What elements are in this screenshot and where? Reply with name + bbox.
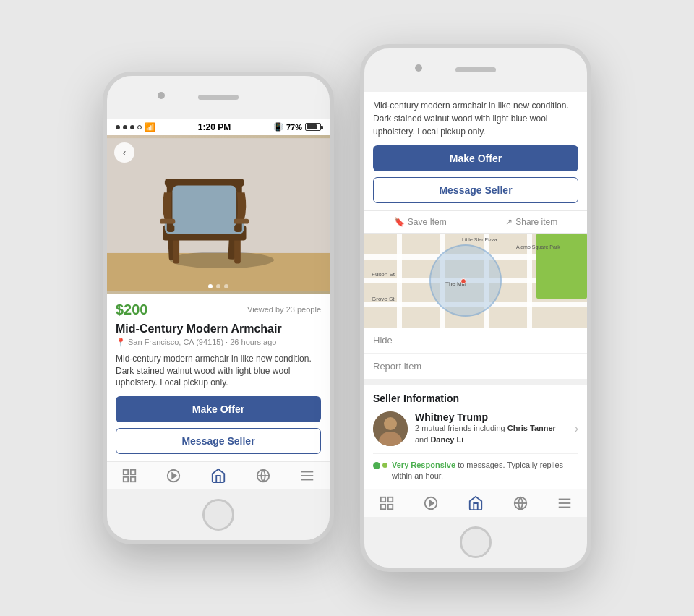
svg-rect-31 — [388, 497, 393, 502]
message-seller-button-1[interactable]: Message Seller — [116, 428, 321, 454]
action-row: 🔖 Save Item ↗ Share item — [364, 210, 587, 234]
svg-rect-18 — [131, 477, 135, 482]
mutual-friends-text: 2 mutual friends including Chris Tanner … — [415, 423, 567, 445]
nav-globe-2[interactable] — [513, 495, 528, 511]
dot-2 — [216, 284, 220, 288]
listing-title: Mid-Century Modern Armchair — [116, 322, 321, 335]
home-button-2[interactable] — [460, 526, 492, 558]
share-icon: ↗ — [505, 217, 513, 227]
nav-globe[interactable] — [255, 468, 271, 484]
viewed-count: Viewed by 23 people — [247, 305, 321, 314]
nav-menu-2[interactable] — [557, 495, 573, 511]
svg-marker-20 — [173, 474, 177, 479]
svg-rect-29 — [373, 411, 408, 446]
svg-rect-15 — [124, 470, 128, 474]
bluetooth-icon: 📳 — [273, 122, 283, 132]
seller-avatar[interactable] — [373, 411, 408, 446]
location-dot — [460, 278, 466, 284]
nav-news-feed-2[interactable] — [379, 495, 395, 511]
battery-fill-1 — [307, 124, 317, 129]
home-button-1[interactable] — [202, 499, 234, 531]
detail-description: Mid-century modern armchair in like new … — [373, 99, 578, 138]
and-text: and — [415, 435, 428, 444]
nav-video[interactable] — [166, 468, 181, 484]
nav-video-2[interactable] — [423, 495, 439, 511]
location-icon: 📍 — [116, 338, 126, 347]
seller-name: Whitney Trump — [415, 411, 567, 423]
image-dots — [107, 284, 330, 288]
star-label: Little Star Pizza — [462, 237, 497, 242]
section-divider — [364, 380, 587, 385]
hide-row[interactable]: Hide — [364, 328, 587, 354]
report-row[interactable]: Report item — [364, 354, 587, 380]
back-button[interactable]: ‹ — [114, 142, 134, 163]
seller-info: Whitney Trump 2 mutual friends including… — [415, 411, 567, 445]
phone-top-2 — [364, 48, 587, 92]
nav-marketplace[interactable] — [210, 468, 226, 484]
svg-marker-35 — [430, 501, 434, 506]
seller-row: Whitney Trump 2 mutual friends including… — [373, 411, 578, 446]
svg-rect-17 — [124, 477, 128, 482]
responsive-text: Very Responsive to messages. Typically r… — [392, 460, 578, 482]
speaker-2 — [455, 67, 496, 72]
park-area — [536, 234, 587, 299]
message-seller-button-2[interactable]: Message Seller — [373, 177, 578, 203]
hide-label: Hide — [373, 335, 393, 346]
listing-meta: 📍 San Francisco, CA (94115) · 26 hours a… — [116, 338, 321, 347]
bookmark-icon: 🔖 — [394, 217, 405, 227]
phone-bottom-2 — [364, 517, 587, 568]
nav-news-feed[interactable] — [121, 468, 137, 484]
signal-dot-4 — [137, 125, 142, 129]
svg-rect-16 — [131, 470, 135, 474]
detail-body: Mid-century modern armchair in like new … — [364, 92, 587, 210]
nav-marketplace-2[interactable] — [468, 495, 484, 511]
phone-1: 📶 1:20 PM 📳 77% — [103, 72, 334, 544]
svg-rect-32 — [381, 505, 385, 509]
screen-1: 📶 1:20 PM 📳 77% — [107, 119, 330, 489]
svg-rect-14 — [234, 219, 249, 224]
friend1-name: Chris Tanner — [507, 424, 556, 432]
avatar-image — [373, 411, 408, 446]
listing-location: San Francisco, CA (94115) · 26 hours ago — [128, 338, 276, 346]
very-responsive-label: Very Responsive — [392, 461, 455, 469]
phone-bottom-1 — [107, 489, 330, 540]
bottom-nav-1 — [107, 461, 330, 489]
status-right-1: 📳 77% — [273, 122, 321, 132]
mutual-count: 2 mutual friends including — [415, 424, 505, 432]
listing-body: $200 Viewed by 23 people Mid-Century Mod… — [107, 294, 330, 461]
status-bar-1: 📶 1:20 PM 📳 77% — [107, 119, 330, 135]
status-left-1: 📶 — [116, 122, 155, 132]
battery-pct-1: 77% — [286, 123, 302, 132]
chair-illustration — [107, 135, 330, 294]
make-offer-button-2[interactable]: Make Offer — [373, 145, 578, 171]
make-offer-button-1[interactable]: Make Offer — [116, 396, 321, 422]
price-label: $200 — [116, 301, 148, 318]
friend2-name: Dancy Li — [430, 435, 463, 444]
bottom-nav-2 — [364, 489, 587, 517]
scene: 📶 1:20 PM 📳 77% — [74, 15, 620, 602]
listing-description: Mid-century modern armchair in like new … — [116, 353, 321, 389]
map-area[interactable]: Fulton St Grove St The Mill Alamo Square… — [364, 234, 587, 328]
alamo-label: Alamo Square Park — [516, 244, 560, 249]
signal-dot-3 — [130, 125, 134, 129]
signal-dot-1 — [116, 125, 120, 129]
wifi-icon: 📶 — [145, 122, 155, 132]
save-label: Save Item — [408, 217, 447, 227]
road-v1 — [397, 234, 402, 328]
share-label: Share item — [515, 217, 557, 227]
product-image: ‹ — [107, 135, 330, 294]
responsive-badge: Very Responsive to messages. Typically r… — [373, 453, 578, 482]
front-camera-1 — [158, 92, 165, 99]
price-row: $200 Viewed by 23 people — [116, 301, 321, 318]
share-item-button[interactable]: ↗ Share item — [505, 217, 557, 227]
svg-point-2 — [170, 252, 274, 268]
seller-chevron-icon[interactable]: › — [575, 422, 578, 435]
nav-menu[interactable] — [299, 468, 315, 484]
svg-rect-12 — [172, 185, 236, 227]
dot-3 — [224, 284, 228, 288]
seller-section: Seller Information Whitney Trump — [364, 385, 587, 489]
save-item-button[interactable]: 🔖 Save Item — [394, 217, 447, 227]
speaker-1 — [198, 95, 239, 100]
fulton-label: Fulton St — [372, 271, 395, 278]
phone-2: Mid-century modern armchair in like new … — [360, 44, 591, 573]
